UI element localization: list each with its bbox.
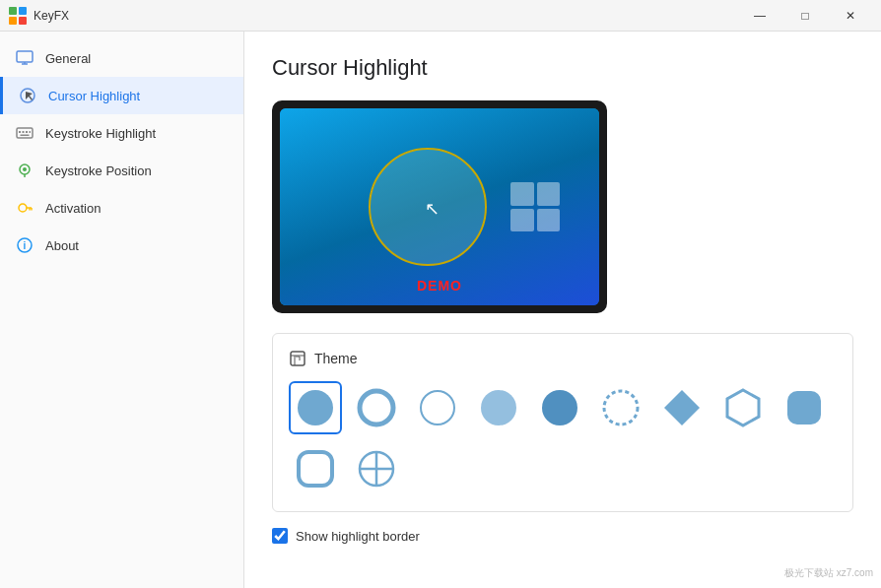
sidebar-item-about[interactable]: i About	[0, 227, 243, 264]
svg-point-27	[298, 390, 333, 425]
svg-marker-33	[664, 390, 700, 425]
svg-rect-10	[19, 131, 21, 133]
theme-item-3[interactable]	[411, 381, 464, 434]
svg-point-29	[421, 391, 454, 425]
content-area: Cursor Highlight ↖ DEMO	[244, 32, 881, 588]
cursor-arrow: ↖	[425, 198, 440, 220]
sidebar-item-keystroke-highlight[interactable]: Keystroke Highlight	[0, 114, 243, 152]
preview-screen: ↖ DEMO	[280, 108, 599, 305]
svg-rect-3	[19, 17, 27, 25]
sidebar-item-keystroke-position[interactable]: Keystroke Position	[0, 152, 243, 189]
cursor-icon	[19, 87, 36, 104]
theme-item-8[interactable]	[716, 381, 770, 434]
svg-rect-2	[9, 17, 17, 25]
svg-rect-4	[17, 51, 33, 62]
sidebar-item-general[interactable]: General	[0, 39, 243, 77]
svg-point-28	[360, 391, 393, 425]
sidebar-item-cursor-highlight[interactable]: Cursor Highlight	[0, 77, 243, 114]
svg-rect-13	[30, 131, 32, 133]
svg-point-32	[604, 391, 638, 425]
svg-rect-12	[26, 131, 28, 133]
svg-point-30	[481, 390, 516, 425]
theme-grid	[289, 381, 837, 495]
minimize-button[interactable]: —	[737, 0, 782, 32]
maximize-button[interactable]: □	[782, 0, 828, 32]
theme-item-5[interactable]	[533, 381, 586, 434]
sidebar-label-general: General	[45, 51, 91, 66]
preview-container: ↖ DEMO	[272, 100, 607, 313]
theme-item-1[interactable]	[289, 381, 342, 434]
watermark: 极光下载站 xz7.com	[784, 566, 873, 580]
demo-text: DEMO	[417, 278, 462, 294]
main-layout: General Cursor Highlight	[0, 32, 881, 588]
theme-icon	[289, 350, 306, 367]
svg-point-16	[23, 167, 27, 171]
theme-header: Theme	[289, 350, 837, 367]
position-icon	[16, 162, 34, 179]
sidebar: General Cursor Highlight	[0, 32, 244, 588]
close-button[interactable]: ✕	[828, 0, 873, 32]
theme-item-11[interactable]	[350, 442, 403, 495]
sidebar-label-activation: Activation	[45, 201, 101, 216]
app-title: KeyFX	[34, 9, 69, 23]
svg-marker-8	[26, 92, 33, 100]
svg-rect-0	[9, 7, 17, 15]
svg-rect-36	[299, 452, 332, 486]
titlebar: KeyFX — □ ✕	[0, 0, 881, 32]
svg-marker-34	[727, 390, 759, 425]
show-border-row: Show highlight border	[272, 528, 853, 544]
theme-item-6[interactable]	[594, 381, 647, 434]
sidebar-label-keystroke-highlight: Keystroke Highlight	[45, 126, 156, 141]
svg-rect-11	[23, 131, 25, 133]
svg-text:i: i	[24, 240, 27, 251]
show-border-label: Show highlight border	[296, 529, 420, 544]
titlebar-left: KeyFX	[8, 6, 69, 26]
keyboard-icon	[16, 124, 34, 142]
theme-item-4[interactable]	[472, 381, 525, 434]
svg-rect-35	[787, 391, 821, 425]
monitor-icon	[16, 49, 34, 67]
info-icon: i	[16, 236, 34, 254]
theme-label: Theme	[314, 351, 358, 366]
sidebar-label-keystroke-position: Keystroke Position	[45, 163, 152, 178]
svg-point-18	[19, 204, 27, 212]
win-logo	[510, 182, 560, 231]
svg-rect-1	[19, 7, 27, 15]
titlebar-controls: — □ ✕	[737, 0, 873, 32]
sidebar-item-activation[interactable]: Activation	[0, 189, 243, 227]
sidebar-label-cursor-highlight: Cursor Highlight	[48, 89, 140, 103]
key-icon	[16, 199, 34, 217]
theme-item-10[interactable]	[289, 442, 342, 495]
cursor-circle: ↖	[369, 148, 487, 266]
page-title: Cursor Highlight	[272, 55, 853, 81]
app-icon	[8, 6, 28, 26]
svg-point-31	[542, 390, 577, 425]
sidebar-label-about: About	[45, 238, 79, 253]
theme-item-7[interactable]	[655, 381, 709, 434]
theme-section: Theme	[272, 333, 853, 512]
theme-item-2[interactable]	[350, 381, 403, 434]
theme-item-9[interactable]	[778, 381, 831, 434]
svg-rect-24	[291, 352, 305, 365]
svg-rect-14	[21, 135, 30, 137]
show-border-checkbox[interactable]	[272, 528, 288, 544]
